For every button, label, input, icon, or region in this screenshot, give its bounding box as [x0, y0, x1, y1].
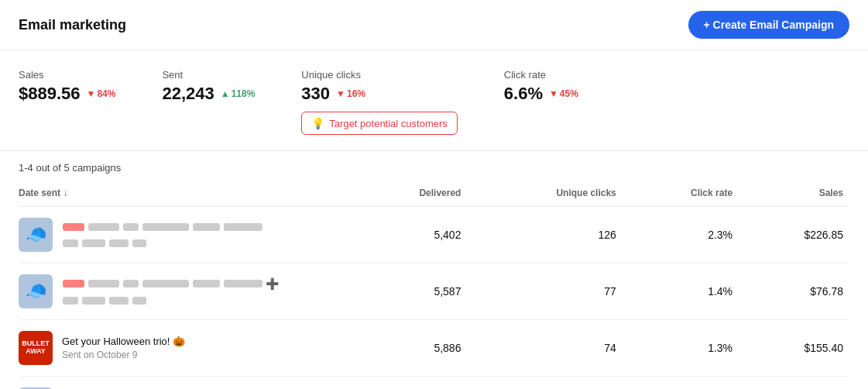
col-date-sent: Date sent ↓ — [19, 180, 351, 207]
table-header-row: Date sent ↓ Delivered Unique clicks Clic… — [19, 180, 849, 207]
stats-row: Sales $889.56 ▼ 84% Sent 22,243 ▲ 118% U… — [0, 50, 868, 143]
page-title: Email marketing — [19, 17, 126, 33]
campaign-info — [62, 222, 263, 249]
unique-clicks-stat: Unique clicks 330 ▼ 16% 💡 Target potenti… — [301, 69, 457, 135]
target-icon: 💡 — [311, 117, 324, 129]
down-arrow-icon: ▼ — [336, 88, 345, 99]
campaign-thumbnail: BULLETAWAY — [19, 331, 53, 365]
table-row[interactable]: 🧢 — [19, 207, 849, 263]
target-customers-button[interactable]: 💡 Target potential customers — [301, 112, 457, 135]
campaign-cell: 🧢 — [19, 207, 351, 263]
down-arrow-icon: ▼ — [87, 88, 96, 99]
sales-stat: Sales $889.56 ▼ 84% — [19, 69, 115, 104]
sales-change: ▼ 84% — [87, 88, 116, 99]
col-sales: Sales — [739, 180, 849, 207]
click-rate-change: ▼ 45% — [549, 88, 578, 99]
table-row[interactable]: 🧢 40% OFF Summer ENDS TODAY! Sent on Oct… — [19, 377, 849, 390]
campaign-cell: 🧢 40% OFF Summer ENDS TODAY! Sent on Oct… — [19, 377, 351, 390]
up-arrow-icon: ▲ — [221, 88, 230, 99]
campaigns-table: Date sent ↓ Delivered Unique clicks Clic… — [19, 180, 849, 389]
col-unique-clicks: Unique clicks — [467, 180, 622, 207]
sent-value: 22,243 ▲ 118% — [162, 84, 255, 104]
campaigns-count: 1-4 out of 5 campaigns — [0, 151, 868, 180]
sales-cell: $0.00 — [739, 377, 849, 390]
col-click-rate: Click rate — [623, 180, 739, 207]
click-rate-cell: 1.3% — [623, 320, 739, 377]
sales-cell: $226.85 — [739, 207, 849, 263]
down-arrow-icon: ▼ — [549, 88, 558, 99]
col-delivered: Delivered — [351, 180, 467, 207]
click-rate-value: 6.6% ▼ 45% — [504, 84, 578, 104]
sales-cell: $76.78 — [739, 263, 849, 320]
sales-label: Sales — [19, 69, 115, 81]
unique-clicks-change: ▼ 16% — [336, 88, 365, 99]
campaigns-table-wrapper: Date sent ↓ Delivered Unique clicks Clic… — [0, 180, 868, 389]
create-campaign-button[interactable]: + Create Email Campaign — [688, 11, 849, 39]
unique-clicks-cell: 74 — [467, 320, 622, 377]
sort-icon: ↓ — [63, 188, 67, 198]
campaign-thumbnail: 🧢 — [19, 218, 53, 252]
sent-change: ▲ 118% — [221, 88, 256, 99]
click-rate-stat: Click rate 6.6% ▼ 45% — [504, 69, 578, 104]
unique-clicks-label: Unique clicks — [301, 69, 457, 81]
campaign-date: Sent on October 9 — [62, 349, 185, 360]
campaign-thumbnail: 🧢 — [19, 274, 53, 308]
sent-stat: Sent 22,243 ▲ 118% — [162, 69, 255, 104]
delivered-cell: 2,631 — [351, 377, 467, 390]
unique-clicks-cell: 84 — [467, 377, 622, 390]
delivered-cell: 5,886 — [351, 320, 467, 377]
click-rate-cell: 2.3% — [623, 207, 739, 263]
unique-clicks-cell: 126 — [467, 207, 622, 263]
campaign-info: ➕ — [62, 277, 279, 306]
campaign-cell: BULLETAWAY Get your Halloween trio! 🎃 Se… — [19, 320, 351, 377]
unique-clicks-cell: 77 — [467, 263, 622, 320]
click-rate-label: Click rate — [504, 69, 578, 81]
table-row[interactable]: BULLETAWAY Get your Halloween trio! 🎃 Se… — [19, 320, 849, 377]
click-rate-cell: 3.2% — [623, 377, 739, 390]
page-header: Email marketing + Create Email Campaign — [0, 0, 868, 50]
click-rate-cell: 1.4% — [623, 263, 739, 320]
sales-value: $889.56 ▼ 84% — [19, 84, 115, 104]
campaign-info: Get your Halloween trio! 🎃 Sent on Octob… — [62, 336, 185, 360]
sales-cell: $155.40 — [739, 320, 849, 377]
table-row[interactable]: 🧢 ➕ — [19, 263, 849, 320]
campaign-name: Get your Halloween trio! 🎃 — [62, 336, 185, 347]
campaign-cell: 🧢 ➕ — [19, 263, 351, 320]
sent-label: Sent — [162, 69, 255, 81]
delivered-cell: 5,402 — [351, 207, 467, 263]
unique-clicks-value: 330 ▼ 16% — [301, 84, 457, 104]
delivered-cell: 5,587 — [351, 263, 467, 320]
